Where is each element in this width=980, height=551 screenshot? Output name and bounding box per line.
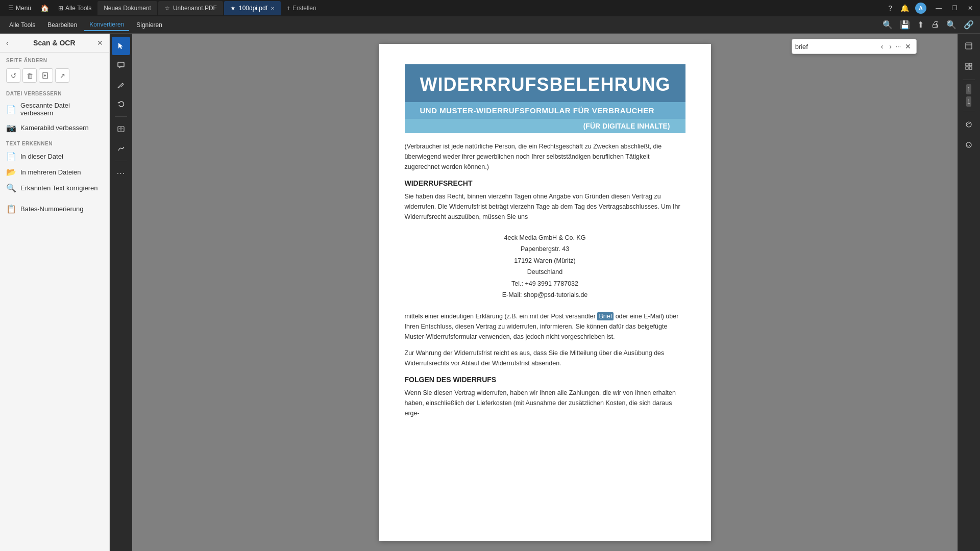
right-panel-tool-2[interactable]: [960, 57, 978, 76]
menu-alle-tools[interactable]: Alle Tools: [4, 19, 40, 31]
doc-subtitle-text: UND MUSTER-WIDERRUFSFORMULAR FÜR VERBRAU…: [420, 106, 670, 115]
right-tool-2-icon: [965, 63, 972, 70]
menu-konvertieren[interactable]: Konvertieren: [84, 19, 129, 31]
toolbar-separator-2: [115, 161, 127, 161]
right-tool-3[interactable]: [960, 115, 978, 134]
toolbar-separator: [115, 116, 127, 117]
undo-button[interactable]: [112, 95, 130, 113]
text-tool-button[interactable]: [112, 120, 130, 138]
notification-icon[interactable]: 🔔: [898, 3, 911, 13]
scan-improve-icon: 📄: [6, 105, 16, 114]
right-separator: [963, 80, 975, 80]
document-page: WIDERRRUFSBELEHRUNG UND MUSTER-WIDERRUFS…: [379, 44, 711, 541]
back-button[interactable]: ‹: [6, 39, 9, 47]
hamburger-icon: ☰: [8, 5, 14, 12]
panel-title: Scan & OCR: [33, 39, 75, 47]
pen-tool-button[interactable]: [112, 76, 130, 94]
search-toolbar-icon[interactable]: 🔍: [880, 19, 895, 31]
doc-para-brief: mittels einer eindeutigen Erklärung (z.B…: [405, 311, 685, 342]
right-tool-3-icon: [965, 121, 972, 128]
comment-tool-button[interactable]: [112, 56, 130, 74]
correct-text-icon: 🔍: [6, 183, 16, 193]
doc-para-intro: (Verbraucher ist jede natürliche Person,…: [405, 141, 685, 172]
doc-section-folgen: FOLGEN DES WIDERRUFS: [405, 375, 685, 384]
right-panel-tool-1[interactable]: [960, 37, 978, 55]
menu-bearbeiten[interactable]: Bearbeiten: [42, 19, 82, 31]
search-overlay: ‹ › ··· ✕: [792, 39, 917, 54]
search-close-button[interactable]: ✕: [903, 41, 913, 52]
tabs-bar: Neues Dokument ☆ Unbenannt.PDF ★ 100dpi.…: [97, 1, 884, 15]
left-panel: ‹ Scan & OCR ✕ Seite ändern ↺ 🗑 ↗ Datei …: [0, 34, 110, 551]
text-tool-icon: [117, 125, 125, 133]
delete-page-button[interactable]: 🗑: [22, 68, 37, 83]
doc-banner-blue: WIDERRRUFSBELEHRUNG: [405, 64, 685, 102]
home-button[interactable]: 🏠: [37, 3, 52, 13]
save-icon[interactable]: 💾: [898, 19, 912, 31]
camera-improve-icon: 📷: [6, 123, 16, 133]
doc-email: E-Mail: shop@psd-tutorials.de: [405, 289, 685, 301]
document-area[interactable]: ‹ › ··· ✕ WIDERRRUFSBELEHRUNG UND MUSTER…: [132, 34, 958, 551]
help-icon[interactable]: ?: [886, 3, 894, 13]
sidebar-item-erkannten-text[interactable]: 🔍 Erkannten Text korrigieren: [0, 180, 109, 196]
all-tools-top-button[interactable]: ⊞ Alle Tools: [54, 4, 95, 13]
new-tab-button[interactable]: + Erstellen: [282, 5, 322, 12]
svg-rect-12: [969, 67, 972, 69]
main-layout: ‹ Scan & OCR ✕ Seite ändern ↺ 🗑 ↗ Datei …: [0, 34, 980, 551]
add-page-icon: [42, 72, 50, 79]
sidebar-item-kamerabild[interactable]: 📷 Kamerabild verbessern: [0, 120, 109, 136]
menu-signieren[interactable]: Signieren: [131, 19, 167, 31]
doc-street: Papenbergstr. 43: [405, 243, 685, 255]
right-tool-4[interactable]: [960, 136, 978, 154]
ocr-files-icon: 📂: [6, 167, 16, 177]
export-page-button[interactable]: ↗: [55, 68, 69, 83]
star-icon-active: ★: [230, 5, 236, 12]
maximize-button[interactable]: ❐: [949, 4, 961, 13]
sign-icon: [117, 144, 125, 153]
cursor-icon: [117, 42, 125, 50]
more-tools-button[interactable]: ···: [112, 164, 130, 183]
page-num-1[interactable]: 1: [966, 84, 971, 94]
tab-100dpi-pdf[interactable]: ★ 100dpi.pdf ✕: [224, 1, 281, 15]
highlight-brief: Brief: [597, 312, 614, 320]
minimize-button[interactable]: —: [933, 4, 945, 13]
tab-unbenannt-pdf[interactable]: ☆ Unbenannt.PDF: [158, 1, 223, 15]
grid-icon: ⊞: [58, 5, 63, 12]
add-page-button[interactable]: [39, 68, 53, 83]
sidebar-item-in-dieser-datei[interactable]: 📄 In dieser Datei: [0, 148, 109, 164]
menu-bar: Alle Tools Bearbeiten Konvertieren Signi…: [0, 16, 980, 34]
far-right-panel: 1 1: [958, 34, 980, 551]
user-avatar[interactable]: A: [915, 3, 926, 14]
tab-close-icon[interactable]: ✕: [271, 6, 275, 11]
search-input[interactable]: [795, 43, 877, 51]
sign-tool-button[interactable]: [112, 139, 130, 158]
rotate-button[interactable]: ↺: [6, 68, 20, 83]
sidebar-item-bates-nummerierung[interactable]: 📋 Bates-Nummerierung: [0, 201, 109, 217]
svg-rect-7: [966, 43, 972, 49]
close-window-button[interactable]: ✕: [965, 4, 976, 13]
top-bar: ☰ Menü 🏠 ⊞ Alle Tools Neues Dokument ☆ U…: [0, 0, 980, 16]
section-header-datei-verbessern: Datei verbessern: [0, 86, 109, 98]
doc-main-title: WIDERRRUFSBELEHRUNG: [420, 74, 670, 95]
svg-rect-3: [118, 62, 124, 67]
print-icon[interactable]: 🖨: [929, 19, 941, 31]
svg-rect-10: [969, 63, 972, 66]
doc-address-block: 4eck Media GmbH & Co. KG Papenbergstr. 4…: [405, 232, 685, 301]
search-prev-button[interactable]: ‹: [879, 41, 886, 52]
menu-button[interactable]: ☰ Menü: [4, 4, 35, 13]
upload-icon[interactable]: ⬆: [915, 19, 926, 31]
search-next-button[interactable]: ›: [887, 41, 894, 52]
sidebar-item-in-mehreren-dateien[interactable]: 📂 In mehreren Dateien: [0, 164, 109, 180]
tab-neues-dokument[interactable]: Neues Dokument: [97, 1, 157, 15]
window-controls: — ❐ ✕: [933, 4, 976, 13]
more-icon: ···: [117, 169, 125, 178]
search-more-button[interactable]: ···: [896, 43, 901, 50]
star-icon: ☆: [164, 5, 170, 12]
zoom-icon[interactable]: 🔍: [944, 19, 959, 31]
section-header-text-erkennen: Text erkennen: [0, 136, 109, 148]
link-icon[interactable]: 🔗: [962, 19, 976, 31]
page-num-2[interactable]: 1: [966, 96, 971, 107]
panel-close-button[interactable]: ✕: [97, 39, 103, 47]
vertical-toolbar: ···: [110, 34, 132, 551]
sidebar-item-gescannte-datei[interactable]: 📄 Gescannte Datei verbessern: [0, 98, 109, 120]
select-tool-button[interactable]: [112, 37, 130, 55]
